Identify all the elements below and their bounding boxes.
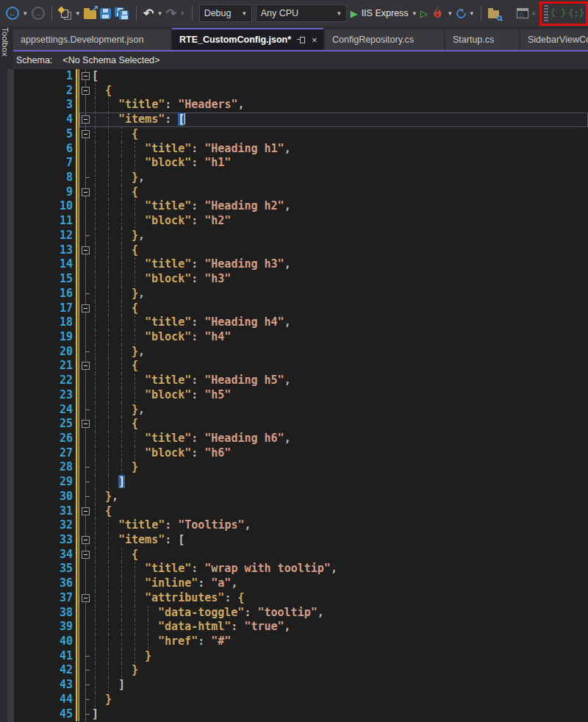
code-text[interactable]: [ bbox=[90, 69, 588, 84]
code-text[interactable]: "items": [ bbox=[90, 112, 588, 127]
fold-toggle[interactable] bbox=[79, 359, 90, 373]
code-text[interactable]: ] bbox=[90, 475, 588, 490]
refresh-button[interactable] bbox=[454, 7, 467, 20]
code-text[interactable]: "title": "Heading h6", bbox=[90, 432, 588, 446]
code-text[interactable]: }, bbox=[90, 403, 588, 418]
redo-button[interactable]: ↷ bbox=[166, 7, 176, 20]
code-text[interactable]: "title": "Headers", bbox=[90, 98, 588, 112]
code-text[interactable]: } bbox=[90, 649, 588, 664]
schema-selector-combo[interactable]: <No Schema Selected> bbox=[62, 55, 159, 65]
new-item-button[interactable] bbox=[59, 7, 72, 20]
fold-toggle[interactable] bbox=[79, 301, 90, 316]
code-text[interactable]: "href": "#" bbox=[90, 635, 588, 649]
code-text[interactable]: "block": "h3" bbox=[90, 272, 588, 287]
fold-toggle[interactable] bbox=[79, 112, 90, 127]
run-target-label[interactable]: IIS Express bbox=[362, 8, 409, 18]
navigate-forward-button[interactable]: → bbox=[32, 7, 45, 20]
save-button[interactable] bbox=[100, 8, 111, 19]
code-text[interactable]: "title": "wrap with tooltip", bbox=[90, 562, 588, 576]
code-text[interactable]: "inline": "a", bbox=[90, 576, 588, 591]
run-target-dropdown[interactable]: ▾ bbox=[412, 10, 417, 17]
code-text[interactable]: { bbox=[90, 185, 588, 200]
refresh-dropdown[interactable]: ▾ bbox=[470, 10, 475, 17]
fold-toggle[interactable] bbox=[79, 127, 90, 142]
code-text[interactable]: "title": "Heading h1", bbox=[90, 142, 588, 157]
tab-rte-customconfig-json[interactable]: RTE_CustomConfig.json* × bbox=[172, 28, 323, 50]
redo-dropdown[interactable]: ▾ bbox=[180, 10, 185, 17]
toolbox-vertical-tab[interactable]: Toolbox bbox=[1, 27, 10, 57]
tab-configrepository-cs[interactable]: ConfigRepository.cs bbox=[325, 29, 444, 50]
hot-reload-button[interactable] bbox=[431, 6, 444, 21]
toolbar-overflow-button[interactable]: ≡ bbox=[532, 10, 536, 17]
code-text[interactable]: "block": "h1" bbox=[90, 156, 588, 171]
token-s: "h5" bbox=[204, 388, 231, 401]
code-text[interactable]: "title": "Heading h2", bbox=[90, 199, 588, 214]
indent-guide bbox=[108, 548, 109, 562]
code-text[interactable]: { bbox=[90, 127, 588, 142]
tab-appsettings-development-json[interactable]: appsettings.Development.json bbox=[13, 29, 171, 50]
new-item-dropdown[interactable]: ▾ bbox=[76, 10, 81, 17]
token-a: ] bbox=[92, 707, 98, 721]
fold-toggle[interactable] bbox=[79, 533, 90, 548]
code-text[interactable]: { bbox=[90, 417, 588, 432]
fold-toggle[interactable] bbox=[79, 185, 90, 200]
fold-toggle[interactable] bbox=[79, 69, 90, 84]
solution-configuration-combo[interactable]: Debug ▾ bbox=[199, 4, 252, 22]
toolbar-grip-handle[interactable] bbox=[544, 4, 548, 22]
code-text[interactable]: "attributes": { bbox=[90, 591, 588, 606]
code-text[interactable]: } bbox=[90, 460, 588, 475]
json-braces-icon[interactable]: { } bbox=[551, 8, 567, 18]
code-text[interactable]: { bbox=[90, 84, 588, 99]
undo-dropdown[interactable]: ▾ bbox=[157, 10, 162, 17]
tab-sidebarviewco[interactable]: SidebarViewCo bbox=[520, 29, 588, 50]
open-file-button[interactable]: ↗ bbox=[84, 10, 96, 19]
start-debugging-button[interactable]: ▶ bbox=[351, 9, 358, 18]
code-text[interactable]: { bbox=[90, 243, 588, 258]
code-text[interactable]: }, bbox=[90, 229, 588, 243]
code-line-body: } bbox=[79, 649, 588, 664]
code-text[interactable]: { bbox=[90, 301, 588, 316]
code-text[interactable]: "block": "h6" bbox=[90, 446, 588, 461]
json-braces-semicolon-icon[interactable]: {;} bbox=[568, 8, 584, 18]
fold-toggle[interactable] bbox=[79, 591, 90, 606]
fold-toggle[interactable] bbox=[79, 243, 90, 258]
code-text[interactable]: }, bbox=[90, 345, 588, 360]
start-without-debugging-button[interactable]: ▷ bbox=[420, 9, 428, 18]
fold-toggle[interactable] bbox=[79, 504, 90, 519]
code-text[interactable]: } bbox=[90, 693, 588, 707]
close-icon[interactable]: × bbox=[312, 35, 318, 46]
navigate-back-dropdown[interactable]: ▾ bbox=[23, 10, 28, 17]
code-text[interactable]: "block": "h5" bbox=[90, 388, 588, 403]
fold-toggle[interactable] bbox=[79, 84, 90, 99]
save-all-button[interactable] bbox=[115, 7, 129, 20]
code-text[interactable]: "data-html": "true", bbox=[90, 620, 588, 635]
code-text[interactable]: "data-toggle": "tooltip", bbox=[90, 606, 588, 621]
code-text[interactable]: } bbox=[90, 663, 588, 678]
tab-startup-cs[interactable]: Startup.cs bbox=[445, 29, 519, 50]
fold-toggle[interactable] bbox=[79, 548, 90, 562]
code-text[interactable]: }, bbox=[90, 490, 588, 504]
code-text[interactable]: "block": "h2" bbox=[90, 214, 588, 229]
find-in-files-button[interactable] bbox=[488, 10, 499, 18]
hot-reload-dropdown[interactable]: ▾ bbox=[448, 10, 453, 17]
undo-button[interactable]: ↶ bbox=[143, 7, 154, 20]
code-text[interactable]: { bbox=[90, 504, 588, 519]
code-text[interactable]: "items": [ bbox=[90, 533, 588, 548]
code-text[interactable]: { bbox=[90, 359, 588, 373]
code-text[interactable]: "title": "Heading h4", bbox=[90, 315, 588, 330]
fold-toggle[interactable] bbox=[79, 417, 90, 432]
code-editor[interactable]: 1[2{3"title": "Headers",4"items": [5{6"t… bbox=[14, 69, 588, 722]
code-text[interactable]: { bbox=[90, 548, 588, 562]
pin-icon[interactable] bbox=[297, 35, 306, 44]
code-text[interactable]: "title": "Tooltips", bbox=[90, 518, 588, 533]
code-text[interactable]: ] bbox=[90, 707, 588, 722]
code-text[interactable]: ] bbox=[90, 678, 588, 693]
code-text[interactable]: "title": "Heading h5", bbox=[90, 373, 588, 388]
code-text[interactable]: }, bbox=[90, 171, 588, 185]
code-text[interactable]: "title": "Heading h3", bbox=[90, 257, 588, 272]
code-text[interactable]: }, bbox=[90, 287, 588, 301]
code-text[interactable]: "block": "h4" bbox=[90, 330, 588, 345]
navigate-back-button[interactable]: ← bbox=[6, 7, 19, 20]
solution-platform-combo[interactable]: Any CPU ▾ bbox=[256, 4, 347, 22]
solution-home-button[interactable]: ⌂ bbox=[517, 8, 528, 18]
